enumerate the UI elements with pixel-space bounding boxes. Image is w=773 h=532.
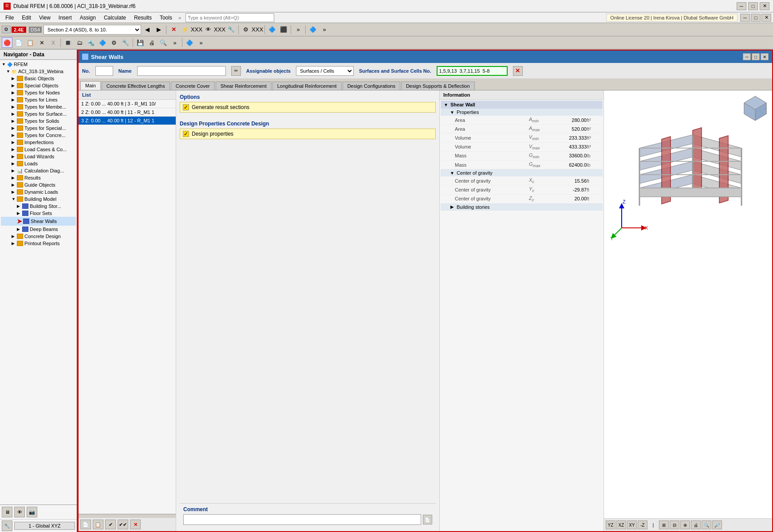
types-concrete-expand-icon[interactable]: ▶ [12, 133, 16, 137]
types-surfaces-expand-icon[interactable]: ▶ [12, 112, 16, 116]
basic-expand-icon[interactable]: ▶ [12, 76, 16, 81]
shear-wall-collapse-icon[interactable]: ▼ [443, 102, 449, 107]
tb2-btn-x[interactable]: X [48, 37, 59, 48]
view-btn-1[interactable]: ⊞ [659, 520, 669, 529]
toolbar-btn-3[interactable]: 👁 [203, 24, 213, 35]
online-minimize-button[interactable]: ─ [740, 14, 750, 22]
nav-item-concrete-design[interactable]: ▶ Concrete Design [1, 233, 76, 240]
floor-sets-expand-icon[interactable]: ▶ [17, 211, 21, 215]
view-btn-search[interactable]: 🔎 [712, 520, 722, 529]
surfaces-clear-btn[interactable]: ✕ [513, 66, 523, 76]
building-stories-collapse-icon[interactable]: ▶ [450, 204, 455, 210]
nav-item-floor-sets[interactable]: ▶ Floor Sets [1, 210, 76, 217]
nav-item-types-lines[interactable]: ▶ Types for Lines [1, 96, 76, 103]
menu-file[interactable]: File [2, 14, 17, 22]
building-model-expand-icon[interactable]: ▼ [12, 197, 16, 201]
menu-assign[interactable]: Assign [76, 14, 99, 22]
tb2-btn-4[interactable]: 🔳 [63, 37, 73, 48]
section-combo[interactable]: Section 2.4 (ASD), 8. to 10. [43, 25, 141, 35]
toolbar-btn-7[interactable]: XXX [252, 24, 263, 35]
dynamic-loads-expand-icon[interactable]: ▶ [12, 190, 16, 194]
nav-item-load-wizards[interactable]: ▶ Load Wizards [1, 153, 76, 160]
nav-item-deep-beams[interactable]: ▶ Deep Beams [1, 226, 76, 233]
menu-results[interactable]: Results [130, 14, 155, 22]
deep-beams-expand-icon[interactable]: ▶ [17, 227, 21, 231]
nav-item-building-stories[interactable]: ▶ Building Stor... [1, 203, 76, 210]
results-expand-icon[interactable]: ▶ [12, 176, 16, 180]
menu-more[interactable]: » [178, 15, 181, 20]
view-btn-5[interactable]: 🔍 [702, 520, 711, 529]
view-btn-xz[interactable]: XZ [616, 520, 626, 529]
guide-expand-icon[interactable]: ▶ [12, 183, 16, 187]
assignable-select[interactable]: Surfaces / Cells [296, 66, 354, 76]
list-check-btn[interactable]: ✔ [105, 520, 116, 529]
name-input[interactable] [137, 66, 226, 76]
nav-item-types-special[interactable]: ▶ Types for Special... [1, 125, 76, 132]
view-btn-mz[interactable]: -Z [638, 520, 647, 529]
info-shear-wall-header[interactable]: ▼ Shear Wall [441, 101, 603, 109]
nav-item-imperfections[interactable]: ▶ Imperfections [1, 139, 76, 146]
nav-item-types-surfaces[interactable]: ▶ Types for Surface... [1, 110, 76, 117]
tab-main[interactable]: Main [80, 81, 101, 90]
project-expand-icon[interactable]: ▼ [6, 69, 11, 74]
nav-item-printout[interactable]: ▶ Printout Reports [1, 240, 76, 247]
tb2-btn-3[interactable]: ✕ [36, 37, 47, 48]
minimize-button[interactable]: ─ [737, 2, 746, 10]
printout-expand-icon[interactable]: ▶ [12, 241, 16, 246]
list-check2-btn[interactable]: ✔✔ [118, 520, 128, 529]
list-copy-btn[interactable]: 📋 [93, 520, 103, 529]
nav-bottom-btn-1[interactable]: 🖥 [2, 507, 12, 517]
concrete-design-expand-icon[interactable]: ▶ [12, 234, 16, 239]
comment-edit-btn[interactable]: 📄 [423, 515, 432, 524]
nav-item-shear-walls[interactable]: ➤ Shear Walls [1, 217, 76, 226]
info-cog-sub[interactable]: ▼ Center of gravity [441, 169, 603, 176]
list-item-1[interactable]: 1 Z: 0.00 ... 40.00 ft | 3 - R_M1 10/ [79, 100, 176, 108]
nav-item-results[interactable]: ▶ Results [1, 174, 76, 181]
nav-item-calc-diag[interactable]: ▶ 📊 Calculation Diag... [1, 167, 76, 174]
nav-bottom-btn-cam[interactable]: 📷 [27, 507, 37, 517]
toolbar-btn-5[interactable]: 🔧 [226, 24, 237, 35]
cog-collapse-icon[interactable]: ▼ [450, 170, 455, 176]
list-scrollbar[interactable] [79, 514, 176, 517]
toolbar-btn-8[interactable]: 🔷 [267, 24, 277, 35]
list-new-btn[interactable]: 📄 [80, 520, 91, 529]
nav-item-project[interactable]: ▼ 📁 ACI_318-19_Webina [1, 68, 76, 75]
nav-item-types-concrete[interactable]: ▶ Types for Concre... [1, 132, 76, 139]
info-building-stories-sub[interactable]: ▶ Building stories [441, 203, 603, 211]
view-btn-xy[interactable]: XY [627, 520, 637, 529]
tb2-btn-9[interactable]: 🔧 [120, 37, 131, 48]
toolbar-btn-right[interactable]: 🔷 [308, 24, 318, 35]
tb2-more[interactable]: » [170, 37, 180, 48]
toolbar-icon-1[interactable]: ⚙ [4, 27, 8, 32]
nav-view-icon-btn[interactable]: 🔧 [2, 520, 12, 531]
name-edit-btn[interactable]: ✏ [231, 66, 241, 76]
nav-item-loads[interactable]: ▶ Loads [1, 160, 76, 167]
tb2-btn-8[interactable]: ⚙ [109, 37, 119, 48]
nav-next-button[interactable]: ▶ [154, 24, 164, 35]
calc-diag-expand-icon[interactable]: ▶ [12, 168, 16, 173]
nav-item-types-members[interactable]: ▶ Types for Membe... [1, 103, 76, 110]
tab-shear-reinforcement[interactable]: Shear Reinforcement [216, 82, 272, 90]
nav-item-types-nodes[interactable]: ▶ Types for Nodes [1, 89, 76, 96]
list-item-3[interactable]: 3 Z: 0.00 ... 40.00 ft | 12 - R_M1 1 [79, 117, 176, 125]
list-item-2[interactable]: 2 Z: 0.00 ... 40.00 ft | 11 - R_M1 1 [79, 108, 176, 117]
tab-concrete-cover[interactable]: Concrete Cover [171, 82, 215, 90]
types-nodes-expand-icon[interactable]: ▶ [12, 90, 16, 95]
loads-expand-icon[interactable]: ▶ [12, 161, 16, 166]
nav-item-special-objects[interactable]: ▶ Special Objects [1, 82, 76, 89]
info-properties-sub[interactable]: ▼ Properties [441, 109, 603, 116]
rfem-expand-icon[interactable]: ▼ [2, 62, 6, 66]
nav-bottom-btn-eye[interactable]: 👁 [14, 507, 25, 517]
comment-input[interactable] [183, 514, 421, 525]
close-button[interactable]: ✕ [760, 2, 769, 10]
online-restore-button[interactable]: □ [751, 14, 761, 22]
tb2-btn-2[interactable]: 📋 [25, 37, 35, 48]
load-wizards-expand-icon[interactable]: ▶ [12, 154, 16, 159]
nav-item-load-cases[interactable]: ▶ Load Cases & Co... [1, 146, 76, 153]
menu-insert[interactable]: Insert [55, 14, 75, 22]
view-btn-3[interactable]: ⊕ [680, 520, 690, 529]
types-lines-expand-icon[interactable]: ▶ [12, 98, 16, 102]
menu-tools[interactable]: Tools [156, 14, 176, 22]
search-input[interactable] [185, 13, 274, 22]
nav-item-types-solids[interactable]: ▶ Types for Solids [1, 117, 76, 125]
